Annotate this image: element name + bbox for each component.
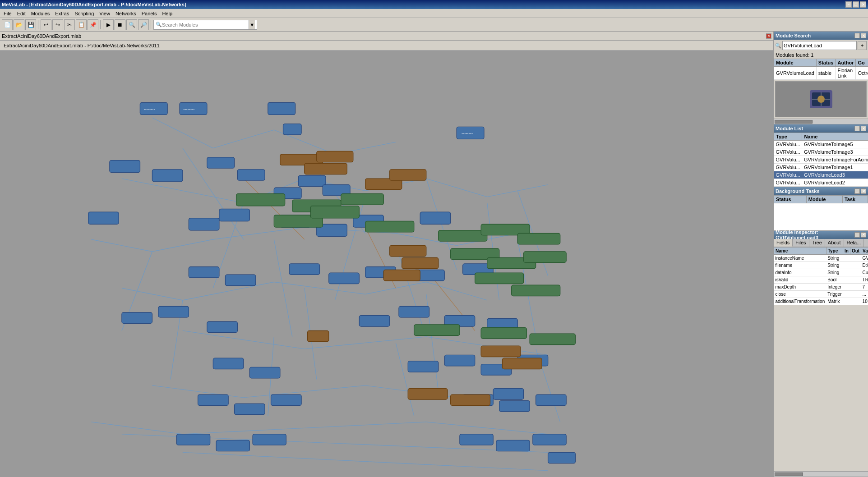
run-button[interactable]: ▶ — [103, 19, 114, 30]
module-search-add-button[interactable]: + — [858, 41, 867, 50]
undo-button[interactable]: ↩ — [41, 19, 51, 30]
bg-tasks-close[interactable]: ✕ — [861, 188, 866, 194]
tab-fields[interactable]: Fields — [774, 239, 793, 247]
open-button[interactable]: 📂 — [14, 19, 24, 30]
main-layout: ExtractAciniDay60DAndExport.mlab ✕ Extra… — [0, 32, 868, 477]
svg-line-12 — [152, 239, 213, 252]
item-type: GVRVolu... — [774, 164, 802, 171]
field-value: TRU — [861, 276, 868, 283]
item-name: GVRVolumeToImage1 — [802, 164, 868, 171]
menu-scripting[interactable]: Scripting — [72, 10, 97, 17]
search-box[interactable]: 🔍 ▼ — [153, 20, 257, 30]
module-list-minimize[interactable]: _ — [854, 126, 860, 131]
paste-button[interactable]: 📌 — [88, 19, 98, 30]
field-name: maxDepth — [774, 283, 826, 290]
module-list-row[interactable]: GVRVolu...GVRVolumeLoad2 — [774, 179, 868, 187]
module-list-section: Module List _ ✕ Type Name GVRVolu...GVRV… — [774, 124, 868, 187]
search-icon: 🔍 — [156, 22, 162, 28]
canvas-path-bar: ExtractAciniDay60DAndExport.mlab - P:/do… — [0, 41, 773, 50]
svg-rect-121 — [481, 328, 526, 339]
inspector-close[interactable]: ✕ — [861, 232, 866, 238]
close-button[interactable]: ✕ — [860, 1, 866, 8]
menu-edit[interactable]: Edit — [14, 10, 28, 17]
result-author: Florian Link — [836, 67, 856, 80]
svg-line-11 — [91, 239, 152, 252]
col-type: Type — [774, 133, 802, 141]
tab-about[interactable]: About — [825, 239, 844, 247]
tab-tree[interactable]: Tree — [809, 239, 825, 247]
menu-file[interactable]: File — [1, 10, 14, 17]
svg-rect-98 — [499, 401, 530, 412]
svg-rect-103 — [460, 434, 493, 445]
svg-rect-135 — [408, 389, 448, 399]
tab-relations[interactable]: Rela... — [844, 239, 864, 247]
module-list-title: Module List — [776, 126, 803, 131]
inspector-field-row[interactable]: maxDepthInteger7 — [774, 283, 868, 290]
canvas-close-button[interactable]: ✕ — [766, 33, 771, 39]
svg-line-5 — [183, 191, 244, 203]
svg-rect-107 — [236, 194, 285, 206]
redo-button[interactable]: ↪ — [52, 19, 63, 30]
svg-rect-128 — [390, 170, 426, 180]
field-out — [850, 283, 861, 290]
menu-extras[interactable]: Extras — [52, 10, 72, 17]
stop-button[interactable]: ⏹ — [115, 19, 125, 30]
menu-modules[interactable]: Modules — [28, 10, 53, 17]
item-name: GVRVolumeLoad3 — [802, 171, 868, 179]
maximize-button[interactable]: □ — [853, 1, 859, 8]
copy-button[interactable]: 📋 — [76, 19, 87, 30]
module-search-close[interactable]: ✕ — [861, 33, 866, 38]
tab-files[interactable]: Files — [793, 239, 809, 247]
module-list-row[interactable]: GVRVolu...GVRVolumeToImage3 — [774, 148, 868, 156]
module-search-scrollbar[interactable] — [774, 119, 868, 124]
field-type: String — [826, 254, 843, 261]
menu-help[interactable]: Help — [159, 10, 175, 17]
inspector-field-row[interactable]: isValidBoolTRU — [774, 276, 868, 283]
module-search-field[interactable] — [782, 41, 857, 50]
field-value: D:/S — [861, 261, 868, 269]
module-list-row[interactable]: GVRVolu...GVRVolumeLoad1 — [774, 187, 868, 187]
field-value: 7 — [861, 283, 868, 290]
module-search-minimize[interactable]: _ — [854, 33, 860, 38]
svg-rect-66 — [189, 218, 219, 230]
module-search-table: Module Status Author Go GVRVolumeLoadsta… — [774, 59, 868, 80]
toolbar: 📄 📂 💾 ↩ ↪ ✂ 📋 📌 ▶ ⏹ 🔍 🔎 🔍 ▼ — [0, 18, 868, 32]
col-module: Module — [774, 59, 817, 67]
inspector-field-row[interactable]: filenameStringD:/S — [774, 261, 868, 269]
module-list-row[interactable]: GVRVolu...GVRVolumeToImage1 — [774, 164, 868, 171]
inspector-field-row[interactable]: dataInfoStringCurr — [774, 269, 868, 276]
svg-line-50 — [396, 343, 414, 416]
canvas-content[interactable]: -------- -------- -------- — [0, 50, 773, 477]
svg-line-30 — [305, 422, 426, 428]
inspector-field-row[interactable]: instanceNameStringGVR — [774, 254, 868, 261]
field-in — [843, 254, 850, 261]
field-name: instanceName — [774, 254, 826, 261]
menu-panels[interactable]: Panels — [139, 10, 160, 17]
inspector-minimize[interactable]: _ — [854, 232, 860, 238]
menu-view[interactable]: View — [97, 10, 113, 17]
module-list-close[interactable]: ✕ — [861, 126, 866, 131]
search-dropdown[interactable]: ▼ — [249, 20, 255, 29]
inspector-scroll[interactable]: Name Type In Out Valu... instanceNameStr… — [774, 247, 868, 472]
network-canvas[interactable]: -------- -------- -------- — [0, 50, 773, 477]
module-list-row[interactable]: GVRVolu...GVRVolumeToImageForAcini — [774, 156, 868, 164]
module-list-row[interactable]: GVRVolu...GVRVolumeToImage5 — [774, 141, 868, 148]
svg-rect-125 — [305, 163, 347, 174]
save-button[interactable]: 💾 — [25, 19, 36, 30]
inspector-field-row[interactable]: additionalTransformationMatrix10 — [774, 298, 868, 305]
zoom-out-button[interactable]: 🔎 — [138, 19, 149, 30]
module-list-row[interactable]: GVRVolu...GVRVolumeLoad3 — [774, 171, 868, 179]
module-list-scroll[interactable]: Type Name GVRVolu...GVRVolumeToImage5GVR… — [774, 133, 868, 187]
bg-tasks-minimize[interactable]: _ — [854, 188, 860, 194]
col-name: Name — [802, 133, 868, 141]
minimize-button[interactable]: − — [845, 1, 852, 8]
module-search-row[interactable]: GVRVolumeLoadstableFlorian LinkOctre... — [774, 67, 868, 80]
new-button[interactable]: 📄 — [2, 19, 13, 30]
cut-button[interactable]: ✂ — [64, 19, 75, 30]
inspector-scrollbar-h[interactable] — [774, 471, 868, 477]
menu-networks[interactable]: Networks — [113, 10, 139, 17]
search-input[interactable] — [162, 22, 249, 28]
item-name: GVRVolumeToImageForAcini — [802, 156, 868, 164]
inspector-field-row[interactable]: closeTrigger... — [774, 290, 868, 298]
zoom-in-button[interactable]: 🔍 — [126, 19, 137, 30]
